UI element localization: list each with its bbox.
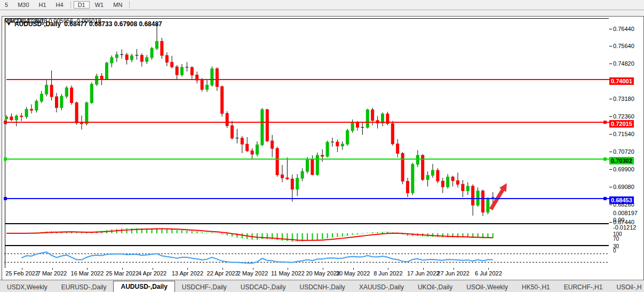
horizontal-line-object[interactable] (6, 198, 610, 199)
price-tick-label: 0.75640 (613, 43, 634, 49)
rsi-panel[interactable] (5, 245, 610, 269)
price-tick-label: 0.72360 (613, 113, 634, 120)
date-tick (153, 268, 153, 270)
macd-panel[interactable] (5, 223, 610, 247)
line-handle[interactable] (603, 157, 607, 161)
horizontal-line-object[interactable] (6, 159, 610, 160)
date-label: 6 Jul 2022 (475, 270, 502, 277)
date-tick (488, 268, 489, 270)
date-tick (122, 268, 123, 270)
date-label: 17 Jun 2022 (407, 270, 440, 277)
price-tick-label: 0.70720 (613, 148, 634, 155)
date-label: 25 Mar 2022 (106, 270, 139, 277)
line-handle[interactable] (603, 197, 607, 200)
chart-tab-audusddaily[interactable]: AUDUSD-,Daily (113, 281, 174, 292)
chart-tab-ukoildaily[interactable]: UKOil-,Daily (411, 282, 459, 292)
chart-tab-eurchfh1[interactable]: EURCHF-,H1 (557, 282, 610, 292)
rsi-axis-label: 0 (613, 248, 616, 254)
timeframe-button-5[interactable]: 5 (1, 1, 12, 9)
mt4-terminal: { "toolbar": { "timeframes": ["5", "M30"… (0, 0, 644, 292)
horizontal-line-object[interactable] (6, 79, 610, 80)
date-axis[interactable]: 25 Feb 20227 Mar 202216 Mar 202225 Mar 2… (5, 268, 609, 279)
price-tag: 0.70302 (609, 157, 634, 164)
timeframe-button-h4[interactable]: H4 (52, 1, 68, 9)
toolbar-separator (70, 1, 71, 9)
date-label: 16 Mar 2022 (71, 270, 104, 277)
rsi-axis-label: 70 (613, 236, 619, 242)
chart-tab-xauusddaily[interactable]: XAUUSD-,Daily (352, 282, 411, 292)
price-tag: 0.68453 (609, 196, 634, 204)
date-tick (187, 268, 188, 270)
price-axis[interactable]: 0.764400.756400.748200.731800.723600.715… (609, 18, 642, 279)
toolbar-separator (129, 1, 130, 9)
chart-tab-usdxweekly[interactable]: USDX,Weekly (0, 282, 54, 292)
price-tick-label: 0.69080 (613, 184, 634, 190)
timeframe-toolbar: 5M30H1H4D1W1MN (0, 0, 644, 10)
date-tick (423, 268, 424, 270)
date-tick (388, 268, 388, 270)
price-tag: 0.74001 (609, 77, 634, 85)
date-label: 27 Jun 2022 (437, 270, 470, 277)
line-handle[interactable] (4, 121, 7, 124)
chart-tab-eurusddaily[interactable]: EURUSD-,Daily (54, 282, 114, 292)
date-label: 25 Feb 2022 (5, 270, 38, 277)
date-label: 7 Mar 2022 (37, 270, 67, 277)
horizontal-line-object[interactable] (6, 122, 610, 123)
date-label: 4 Apr 2022 (138, 270, 166, 277)
price-tick-label: 0.73180 (613, 96, 634, 102)
chart-tab-usoilweekly[interactable]: USOil-,Weekly (459, 282, 515, 292)
macd-axis-label: -0.01212 (613, 224, 636, 231)
date-tick (222, 268, 223, 270)
chart-window: 25 Feb 20227 Mar 202216 Mar 202225 Mar 2… (2, 16, 644, 280)
rsi-indicator-label: RSI(14) 42.3513 (4, 18, 47, 24)
timeframe-button-w1[interactable]: W1 (91, 1, 108, 9)
chart-tab-bar: USDX,WeeklyEURUSD-,DailyAUDUSD-,DailyUSD… (0, 280, 644, 292)
line-handle[interactable] (4, 197, 7, 200)
date-tick (22, 268, 22, 270)
date-tick (353, 268, 354, 270)
chart-tab-usoilh[interactable]: USOil-,H (609, 282, 644, 292)
timeframe-button-d1[interactable]: D1 (74, 1, 90, 9)
date-label: 11 May 2022 (271, 270, 305, 277)
date-tick (87, 268, 88, 270)
price-tick-label: 0.71540 (613, 131, 634, 137)
date-label: 8 Jun 2022 (373, 270, 402, 277)
date-label: 2 May 2022 (237, 270, 268, 277)
date-label: 22 Apr 2022 (207, 270, 238, 277)
chart-tab-hk50h1[interactable]: HK50-,H1 (515, 282, 557, 292)
price-tag: 0.72015 (609, 120, 634, 128)
line-handle[interactable] (603, 121, 607, 124)
chart-tab-usdcnhdaily[interactable]: USDCNH-,Daily (293, 282, 352, 292)
price-tick-label: 0.69900 (613, 166, 634, 172)
date-label: 20 May 2022 (306, 270, 340, 277)
date-label: 13 Apr 2022 (172, 270, 203, 277)
date-tick (323, 268, 323, 270)
date-tick (253, 268, 253, 270)
date-tick (52, 268, 53, 270)
timeframe-button-m30[interactable]: M30 (13, 1, 33, 9)
price-tick-label: 0.76440 (613, 26, 634, 32)
date-tick (454, 268, 454, 270)
chart-tab-usdcaddaily[interactable]: USDCAD-,Daily (234, 282, 293, 292)
price-tick-label: 0.74820 (613, 60, 634, 67)
macd-axis-label: 0.00 (613, 217, 624, 223)
chart-tab-usdchfdaily[interactable]: USDCHF-,Daily (175, 282, 234, 292)
line-handle[interactable] (4, 157, 7, 161)
timeframe-button-mn[interactable]: MN (109, 1, 126, 9)
date-tick (288, 268, 288, 270)
macd-axis-label: 0.008197 (613, 210, 638, 216)
date-label: 30 May 2022 (336, 270, 370, 277)
timeframe-button-h1[interactable]: H1 (35, 1, 51, 9)
